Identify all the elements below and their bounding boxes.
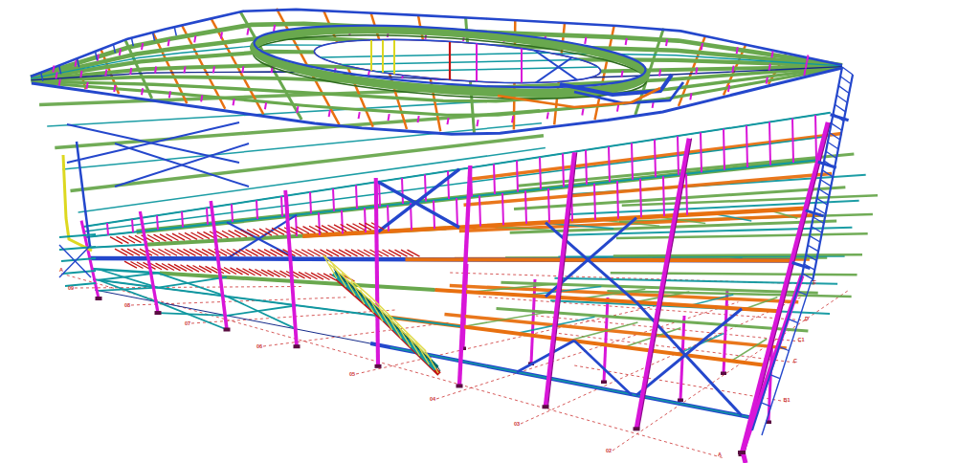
steel-member <box>201 95 202 101</box>
steel-member <box>769 122 770 165</box>
steel-member <box>196 249 209 255</box>
steel-member <box>686 174 687 215</box>
steel-member <box>333 250 345 256</box>
steel-member <box>334 225 346 232</box>
steel-member <box>322 226 334 232</box>
steel-member <box>154 234 167 241</box>
grid-08-label: 08 <box>124 302 130 308</box>
steel-member <box>122 236 135 243</box>
steel-member <box>246 250 258 256</box>
cad-canvas: A0908070605040302AB1CC1DE <box>0 0 980 463</box>
steel-member <box>274 25 275 32</box>
steel-member <box>115 249 127 255</box>
steel-member <box>63 271 96 274</box>
grid-03-label: 03 <box>514 421 520 427</box>
steel-member <box>239 250 252 256</box>
steel-member <box>792 119 793 163</box>
external-stair[interactable] <box>323 255 440 374</box>
steel-member <box>159 249 171 255</box>
steel-member <box>807 55 808 61</box>
steel-member <box>842 67 853 75</box>
steel-member <box>216 232 229 238</box>
model-viewport[interactable]: A0908070605040302AB1CC1DE <box>0 0 980 463</box>
steel-member <box>502 193 503 225</box>
steel-member <box>346 224 359 231</box>
steel-member <box>640 179 641 217</box>
steel-member <box>769 64 770 71</box>
steel-member <box>171 249 184 255</box>
steel-member <box>810 236 820 242</box>
steel-member <box>626 38 627 45</box>
grid-a-right-label: A <box>718 452 722 457</box>
steel-member <box>621 71 622 77</box>
steel-member <box>247 29 248 35</box>
grid-d-label: D <box>805 316 809 321</box>
steel-member <box>828 142 838 148</box>
base-plate <box>224 328 231 332</box>
steel-member <box>221 249 234 255</box>
steel-member <box>110 237 122 244</box>
steel-member <box>547 112 548 119</box>
steel-member <box>297 227 309 233</box>
steel-member <box>174 27 176 35</box>
grid-e-label: E <box>813 279 816 285</box>
grid-04-label: 04 <box>430 396 436 402</box>
steel-member <box>666 39 667 46</box>
steel-member <box>820 180 831 187</box>
steel-member <box>232 204 233 222</box>
steel-member <box>127 249 140 255</box>
grid-b1-label: B1 <box>783 397 790 403</box>
steel-member <box>655 140 656 177</box>
steel-member <box>448 171 449 199</box>
base-plate <box>375 364 382 368</box>
steel-member <box>117 236 129 243</box>
grid-c1-label: C1 <box>797 337 804 342</box>
steel-member <box>479 196 480 227</box>
steel-member <box>191 232 204 239</box>
steel-member <box>611 273 858 275</box>
steel-member <box>160 234 172 241</box>
steel-member <box>297 106 298 113</box>
steel-member <box>256 200 257 219</box>
base-plate <box>96 297 102 300</box>
steel-member <box>609 146 610 182</box>
grid-02-label: 02 <box>606 448 612 453</box>
steel-member <box>184 249 196 255</box>
steel-member <box>365 208 366 232</box>
steel-member <box>395 250 408 256</box>
steel-member <box>582 109 583 116</box>
grid-c-label: C <box>793 358 797 364</box>
steel-member <box>525 190 526 223</box>
steel-member <box>746 125 747 167</box>
steel-member <box>457 198 457 228</box>
steel-member <box>802 67 842 276</box>
steel-member <box>333 188 334 211</box>
steel-member <box>342 210 343 234</box>
steel-member <box>494 164 495 193</box>
steel-member <box>258 250 271 256</box>
steel-member <box>401 250 413 256</box>
steel-member <box>252 250 264 256</box>
steel-member <box>241 230 254 236</box>
steel-member <box>678 136 679 175</box>
steel-member <box>732 66 733 73</box>
steel-member <box>157 215 158 230</box>
steel-member <box>586 150 587 185</box>
steel-member <box>632 143 633 179</box>
steel-member <box>185 232 197 239</box>
steel-member <box>142 43 143 50</box>
steel-member <box>804 69 805 76</box>
base-plate <box>738 451 746 454</box>
steel-member <box>316 226 328 232</box>
steel-member <box>308 250 321 256</box>
steel-member <box>265 102 266 109</box>
steel-member <box>512 116 513 122</box>
steel-member <box>114 85 115 92</box>
steel-member <box>177 249 189 255</box>
steel-member <box>353 224 366 231</box>
steel-member <box>364 250 376 256</box>
steel-member <box>310 192 311 213</box>
steel-member <box>835 104 845 112</box>
steel-member <box>585 37 586 44</box>
steel-member <box>728 85 729 92</box>
